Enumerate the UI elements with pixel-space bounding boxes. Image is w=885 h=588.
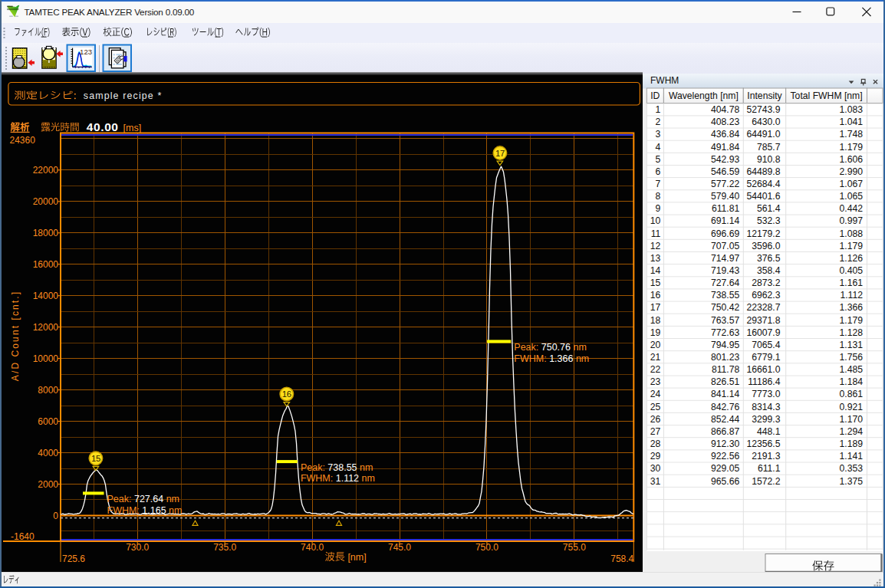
svg-text:763.57: 763.57 [711, 315, 739, 326]
svg-text:18: 18 [650, 315, 661, 326]
svg-text:376.5: 376.5 [757, 253, 781, 264]
svg-text:[ms]: [ms] [123, 123, 142, 133]
svg-text:Peak: 727.64 nm: Peak: 727.64 nm [107, 494, 180, 504]
svg-text:14000: 14000 [33, 291, 59, 301]
svg-text:611.1: 611.1 [758, 463, 781, 474]
svg-text:561.4: 561.4 [757, 203, 781, 214]
svg-text:7: 7 [656, 179, 661, 189]
svg-text:727.64: 727.64 [711, 278, 739, 288]
svg-text:707.05: 707.05 [711, 241, 739, 251]
svg-text:1.294: 1.294 [840, 426, 864, 437]
svg-text:10000: 10000 [33, 353, 59, 364]
svg-text:408.23: 408.23 [711, 117, 739, 127]
svg-text:7065.4: 7065.4 [752, 340, 780, 350]
svg-text:2: 2 [656, 117, 661, 127]
svg-text:17: 17 [495, 149, 505, 158]
svg-text:Peak: 750.76 nm: Peak: 750.76 nm [514, 342, 587, 353]
svg-text:912.30: 912.30 [711, 439, 739, 449]
svg-text:532.3: 532.3 [757, 215, 781, 226]
svg-text:745.0: 745.0 [388, 542, 411, 553]
svg-text:19: 19 [650, 327, 661, 338]
svg-text:12356.5: 12356.5 [746, 439, 780, 449]
svg-text:28: 28 [650, 439, 661, 449]
svg-text:1.112: 1.112 [840, 290, 863, 301]
svg-text:20: 20 [650, 340, 661, 350]
svg-text:29371.8: 29371.8 [746, 315, 780, 326]
svg-text:866.87: 866.87 [711, 426, 739, 437]
svg-text:1.179: 1.179 [840, 315, 864, 326]
svg-text:826.51: 826.51 [711, 376, 739, 387]
svg-text:1.041: 1.041 [840, 117, 864, 127]
svg-text:18000: 18000 [33, 228, 59, 238]
svg-text:719.43: 719.43 [711, 265, 739, 276]
svg-text:801.23: 801.23 [711, 352, 739, 363]
svg-text:7773.0: 7773.0 [752, 389, 780, 399]
svg-text:755.0: 755.0 [563, 542, 586, 553]
svg-text:64491.0: 64491.0 [746, 129, 780, 140]
svg-text:16661.0: 16661.0 [746, 364, 780, 375]
svg-text:725.6: 725.6 [62, 554, 85, 564]
svg-text:1.366: 1.366 [840, 302, 864, 313]
svg-text:1: 1 [656, 104, 661, 115]
svg-text:6779.1: 6779.1 [752, 352, 780, 363]
svg-text:2.990: 2.990 [840, 166, 864, 177]
svg-text:1.126: 1.126 [840, 253, 864, 264]
svg-text:1.065: 1.065 [840, 191, 864, 202]
svg-text:30: 30 [650, 463, 661, 474]
svg-text:3299.3: 3299.3 [752, 414, 780, 425]
svg-text:5: 5 [656, 154, 661, 165]
svg-text:965.66: 965.66 [711, 476, 739, 487]
svg-text:[nm]: [nm] [347, 552, 366, 563]
svg-text:2873.2: 2873.2 [752, 278, 780, 288]
svg-text:910.8: 910.8 [757, 154, 781, 165]
svg-text:FWHM: 1.366 nm: FWHM: 1.366 nm [514, 353, 589, 364]
svg-text:Total FWHM [nm]: Total FWHM [nm] [791, 90, 863, 101]
svg-text:0: 0 [53, 511, 58, 521]
svg-text:738.55: 738.55 [711, 290, 739, 301]
svg-text:1.179: 1.179 [840, 142, 864, 153]
svg-text:11: 11 [651, 228, 661, 239]
svg-text:27: 27 [650, 426, 661, 437]
svg-text:54401.6: 54401.6 [746, 191, 780, 202]
svg-text:750.42: 750.42 [711, 302, 739, 313]
svg-text:2191.3: 2191.3 [752, 451, 780, 462]
svg-text:6: 6 [656, 166, 661, 177]
svg-text:785.7: 785.7 [757, 142, 781, 153]
svg-text:1572.2: 1572.2 [752, 476, 780, 487]
svg-text:12000: 12000 [33, 322, 59, 333]
svg-text:1.131: 1.131 [840, 340, 864, 350]
svg-text:21: 21 [650, 352, 661, 363]
svg-text:22: 22 [650, 364, 661, 375]
svg-text:842.76: 842.76 [711, 402, 739, 412]
svg-text:696.69: 696.69 [711, 228, 739, 239]
svg-text:1.083: 1.083 [840, 104, 864, 115]
svg-text:1.375: 1.375 [840, 476, 864, 487]
svg-text:6430.0: 6430.0 [752, 117, 780, 127]
svg-text:0.353: 0.353 [840, 463, 864, 474]
svg-text:1.184: 1.184 [840, 376, 864, 387]
svg-text:8314.3: 8314.3 [752, 402, 780, 412]
svg-text:64489.8: 64489.8 [746, 166, 780, 177]
svg-text:12: 12 [650, 241, 661, 251]
svg-text:Peak: 738.55 nm: Peak: 738.55 nm [301, 462, 373, 473]
svg-text:1.756: 1.756 [840, 352, 864, 363]
svg-text:3: 3 [656, 129, 661, 140]
svg-text:-1640: -1640 [11, 531, 35, 542]
svg-text:14: 14 [650, 265, 661, 276]
svg-text:0.405: 0.405 [840, 265, 864, 276]
svg-text:17: 17 [650, 302, 661, 313]
svg-text:929.05: 929.05 [711, 463, 739, 474]
svg-text:123: 123 [80, 48, 92, 56]
svg-text:1.088: 1.088 [840, 228, 864, 239]
svg-text:40.00: 40.00 [87, 120, 119, 133]
svg-text:1.141: 1.141 [840, 451, 864, 462]
svg-text:841.14: 841.14 [711, 389, 739, 399]
svg-text:FWHM: 1.165 nm: FWHM: 1.165 nm [107, 505, 183, 516]
svg-text:11186.4: 11186.4 [748, 376, 780, 387]
svg-text:15: 15 [91, 454, 100, 463]
svg-text:6962.3: 6962.3 [752, 290, 780, 301]
svg-text:sample recipe *: sample recipe * [84, 90, 163, 101]
svg-text:922.56: 922.56 [711, 451, 739, 462]
svg-text:0.997: 0.997 [840, 215, 864, 226]
svg-text:Intensity: Intensity [747, 90, 782, 101]
